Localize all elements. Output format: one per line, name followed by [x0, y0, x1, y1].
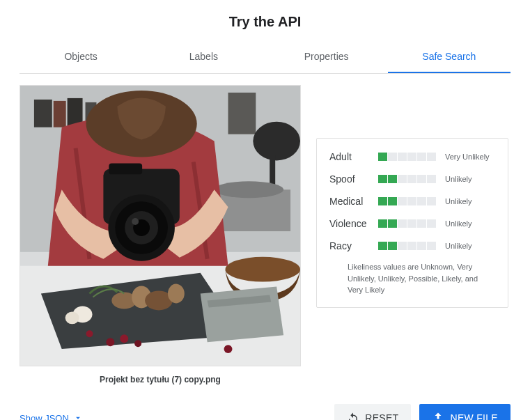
bar-segment — [388, 175, 398, 183]
tab-label: Properties — [304, 51, 349, 62]
new-file-button[interactable]: NEW FILE — [419, 404, 510, 420]
likelihood-bar — [378, 242, 437, 250]
tab-label: Labels — [189, 51, 218, 62]
svg-point-7 — [253, 122, 300, 161]
svg-point-18 — [65, 311, 79, 324]
category-label: Spoof — [329, 173, 378, 185]
bar-segment — [417, 197, 427, 205]
svg-rect-26 — [109, 163, 142, 174]
svg-rect-6 — [228, 93, 256, 134]
bar-segment — [427, 197, 437, 205]
bar-segment — [407, 197, 417, 205]
show-json-toggle[interactable]: Show JSON — [20, 413, 83, 421]
tab-properties[interactable]: Properties — [265, 42, 388, 73]
safe-search-row-medical: MedicalUnlikely — [329, 196, 495, 207]
bar-segment — [417, 175, 427, 183]
bar-segment — [388, 242, 398, 250]
svg-point-22 — [224, 345, 233, 353]
likelihood-label: Unlikely — [445, 219, 472, 228]
bar-segment — [388, 219, 398, 228]
bar-segment — [378, 242, 388, 250]
bar-segment — [398, 242, 407, 250]
likelihood-bar — [378, 175, 437, 183]
safe-search-row-violence: ViolenceUnlikely — [329, 218, 495, 229]
reset-button[interactable]: RESET — [334, 404, 411, 420]
uploaded-image — [20, 85, 301, 366]
bar-segment — [407, 153, 417, 161]
tabs: ObjectsLabelsPropertiesSafe Search — [20, 42, 510, 74]
likelihood-caption: Likeliness values are Unknown, Very Unli… — [329, 261, 495, 296]
bar-segment — [427, 153, 437, 161]
bar-segment — [388, 153, 398, 161]
likelihood-label: Unlikely — [445, 197, 472, 205]
page-title: Try the API — [20, 14, 510, 30]
safe-search-row-adult: AdultVery Unlikely — [329, 151, 495, 162]
tab-safe-search[interactable]: Safe Search — [388, 42, 510, 73]
bar-segment — [378, 153, 388, 161]
bar-segment — [417, 219, 427, 228]
filename-label: Projekt bez tytułu (7) copy.png — [20, 375, 301, 384]
bar-segment — [427, 175, 437, 183]
bar-segment — [378, 219, 388, 228]
likelihood-bar — [378, 197, 437, 205]
category-label: Violence — [329, 218, 378, 229]
reset-icon — [347, 412, 359, 420]
svg-rect-2 — [34, 100, 52, 127]
show-json-label: Show JSON — [20, 413, 69, 421]
new-file-label: NEW FILE — [450, 412, 498, 420]
bar-segment — [417, 242, 427, 250]
bar-segment — [407, 175, 417, 183]
tab-labels[interactable]: Labels — [142, 42, 265, 73]
svg-point-31 — [132, 218, 139, 225]
bar-segment — [398, 153, 407, 161]
bar-segment — [378, 175, 388, 183]
likelihood-label: Very Unlikely — [445, 153, 490, 161]
bar-segment — [407, 219, 417, 228]
likelihood-label: Unlikely — [445, 175, 472, 183]
svg-point-10 — [215, 181, 284, 198]
tab-label: Safe Search — [422, 51, 476, 62]
bar-segment — [407, 242, 417, 250]
category-label: Adult — [329, 151, 378, 162]
safe-search-panel: AdultVery UnlikelySpoofUnlikelyMedicalUn… — [316, 138, 508, 308]
chevron-down-icon — [73, 413, 83, 420]
tab-objects[interactable]: Objects — [20, 42, 142, 73]
svg-point-23 — [86, 330, 93, 337]
bar-segment — [427, 242, 437, 250]
likelihood-label: Unlikely — [445, 242, 472, 250]
reset-label: RESET — [365, 412, 398, 420]
svg-point-12 — [226, 257, 300, 282]
category-label: Racy — [329, 240, 378, 251]
svg-point-21 — [134, 340, 141, 347]
category-label: Medical — [329, 196, 378, 207]
svg-point-19 — [106, 338, 114, 346]
safe-search-row-racy: RacyUnlikely — [329, 240, 495, 251]
bar-segment — [417, 153, 427, 161]
tab-label: Objects — [64, 51, 97, 62]
svg-point-16 — [168, 284, 185, 304]
upload-icon — [432, 412, 444, 420]
likelihood-bar — [378, 219, 437, 228]
likelihood-bar — [378, 153, 437, 161]
bar-segment — [427, 219, 437, 228]
bar-segment — [398, 175, 407, 183]
svg-rect-3 — [54, 101, 66, 127]
bar-segment — [398, 219, 407, 228]
bar-segment — [378, 197, 388, 205]
svg-point-20 — [120, 334, 128, 343]
bar-segment — [388, 197, 398, 205]
bar-segment — [398, 197, 407, 205]
safe-search-row-spoof: SpoofUnlikely — [329, 173, 495, 185]
